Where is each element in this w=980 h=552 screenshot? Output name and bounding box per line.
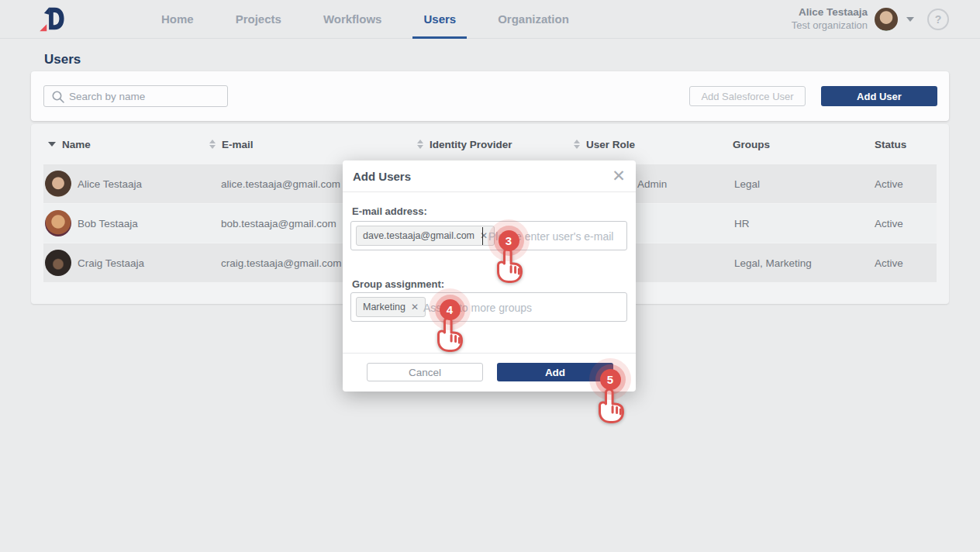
group-assignment-label: Group assignment: [352, 278, 444, 290]
nav-item-home[interactable]: Home [150, 0, 205, 39]
column-label: User Role [586, 139, 635, 150]
group-chip: Marketing ✕ [356, 297, 426, 317]
group-chip-text: Marketing [363, 302, 405, 312]
nav-item-organization[interactable]: Organization [487, 0, 580, 39]
column-header-user-role[interactable]: User Role [574, 124, 635, 164]
search-box[interactable] [43, 85, 228, 107]
cell-status: Active [875, 243, 903, 282]
column-label: Identity Provider [430, 139, 512, 150]
nav-item-projects[interactable]: Projects [225, 0, 292, 39]
email-address-label: E-mail address: [352, 205, 427, 217]
close-icon[interactable]: ✕ [609, 167, 628, 185]
chip-remove-icon[interactable]: ✕ [480, 230, 488, 241]
cell-name: Bob Testaaja [78, 204, 138, 243]
cell-status: Active [875, 164, 903, 203]
cell-email: bob.testaaja@gmail.com [221, 204, 336, 243]
user-menu-text[interactable]: Alice Testaaja Test organization [792, 6, 868, 32]
column-header-name[interactable]: Name [48, 124, 91, 164]
email-placeholder: Please enter user's e-mail [488, 222, 613, 251]
user-avatar[interactable] [875, 8, 898, 31]
column-header-identity-provider[interactable]: Identity Provider [417, 124, 512, 164]
cell-groups: Legal [734, 164, 760, 203]
avatar [45, 250, 71, 276]
group-placeholder: Assign to more groups [423, 293, 532, 323]
search-icon [51, 90, 65, 104]
modal-header: Add Users ✕ [343, 160, 636, 192]
app-logo-icon[interactable] [36, 5, 65, 34]
column-label: Groups [733, 139, 770, 150]
email-chip-text: dave.testaaja@gmail.com [363, 230, 474, 241]
sort-icon [417, 140, 423, 149]
add-button[interactable]: Add [497, 363, 613, 381]
column-header-email[interactable]: E-mail [209, 124, 254, 164]
chip-remove-icon[interactable]: ✕ [411, 302, 419, 312]
top-bar: Home Projects Workflows Users Organizati… [0, 0, 980, 39]
add-users-modal: Add Users ✕ E-mail address: dave.testaaj… [343, 160, 636, 392]
column-header-groups: Groups [733, 124, 770, 164]
tap-hand-icon [596, 388, 626, 425]
search-input[interactable] [69, 86, 224, 106]
avatar [45, 171, 71, 197]
nav-item-users[interactable]: Users [412, 0, 467, 39]
user-organization: Test organization [792, 19, 868, 32]
sort-icon [209, 140, 216, 149]
nav-item-workflows[interactable]: Workflows [312, 0, 393, 39]
cell-status: Active [875, 204, 903, 243]
email-chip: dave.testaaja@gmail.com ✕ [356, 226, 495, 246]
email-input[interactable]: dave.testaaja@gmail.com ✕ Please enter u… [350, 221, 627, 250]
cell-name: Craig Testaaja [78, 243, 144, 282]
help-icon[interactable]: ? [927, 9, 949, 30]
cell-user-role: Admin [637, 164, 667, 203]
users-toolbar: Add Salesforce User Add User [31, 71, 949, 121]
modal-title: Add Users [353, 160, 411, 192]
add-user-button[interactable]: Add User [821, 86, 937, 106]
user-name: Alice Testaaja [792, 6, 868, 19]
user-menu: Alice Testaaja Test organization ? [792, 0, 949, 39]
group-input[interactable]: Marketing ✕ Assign to more groups [350, 292, 627, 322]
column-header-status: Status [875, 124, 906, 164]
column-label: Status [875, 139, 906, 150]
main-nav: Home Projects Workflows Users Organizati… [150, 0, 580, 39]
column-label: Name [62, 139, 91, 150]
cancel-button[interactable]: Cancel [367, 363, 483, 381]
cell-email: alice.testaaja@gmail.com [221, 164, 340, 203]
cell-groups: HR [734, 204, 750, 243]
add-salesforce-user-button[interactable]: Add Salesforce User [689, 86, 806, 106]
column-label: E-mail [222, 139, 254, 150]
avatar [45, 210, 71, 236]
modal-footer-divider [343, 353, 636, 354]
cell-name: Alice Testaaja [78, 164, 142, 203]
sort-icon [574, 140, 580, 149]
sort-desc-icon [48, 142, 56, 147]
cell-email: craig.testaaja@gmail.com [221, 243, 342, 282]
chevron-down-icon[interactable] [906, 17, 914, 22]
text-caret [482, 227, 483, 245]
page-title: Users [44, 52, 81, 67]
cell-groups: Legal, Marketing [734, 243, 812, 282]
